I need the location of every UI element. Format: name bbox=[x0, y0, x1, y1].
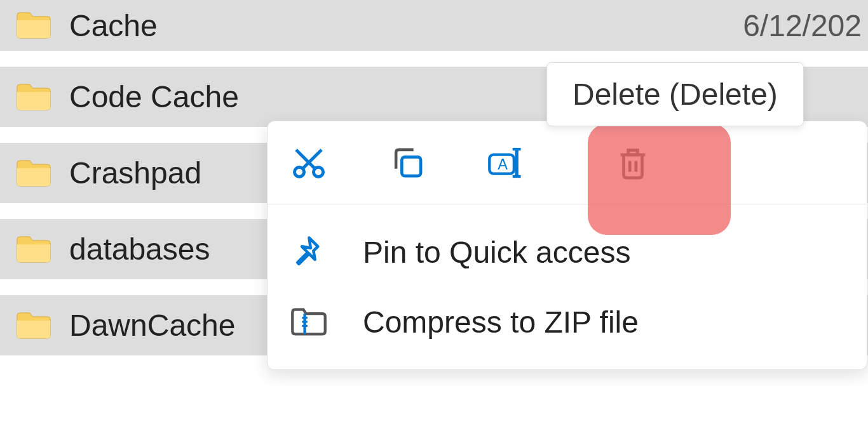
delete-tooltip: Delete (Delete) bbox=[546, 62, 804, 126]
menu-item-label: Pin to Quick access bbox=[363, 235, 631, 270]
svg-rect-4 bbox=[402, 157, 421, 176]
context-menu: A Pin to Quick access bbox=[267, 121, 867, 370]
svg-point-0 bbox=[295, 168, 304, 177]
zip-folder-icon bbox=[290, 303, 328, 341]
rename-button[interactable]: A bbox=[484, 140, 528, 185]
menu-items: Pin to Quick access Compress to ZIP file bbox=[268, 204, 867, 369]
folder-icon bbox=[16, 235, 51, 263]
file-date: 6/12/202 bbox=[743, 8, 862, 43]
folder-icon bbox=[16, 312, 51, 340]
pin-to-quick-access-item[interactable]: Pin to Quick access bbox=[268, 217, 867, 287]
folder-icon bbox=[16, 83, 51, 111]
delete-button[interactable] bbox=[611, 140, 655, 185]
cut-button[interactable] bbox=[287, 140, 331, 185]
action-bar: A bbox=[268, 121, 867, 204]
folder-icon bbox=[16, 159, 51, 187]
svg-text:A: A bbox=[498, 156, 508, 173]
folder-icon bbox=[16, 11, 51, 39]
menu-item-label: Compress to ZIP file bbox=[363, 305, 639, 340]
svg-point-1 bbox=[314, 168, 323, 177]
compress-to-zip-item[interactable]: Compress to ZIP file bbox=[268, 287, 867, 357]
copy-button[interactable] bbox=[385, 140, 430, 185]
file-row-cache[interactable]: Cache 6/12/202 bbox=[0, 0, 868, 67]
pin-icon bbox=[290, 233, 328, 271]
file-name: Cache bbox=[69, 8, 852, 43]
